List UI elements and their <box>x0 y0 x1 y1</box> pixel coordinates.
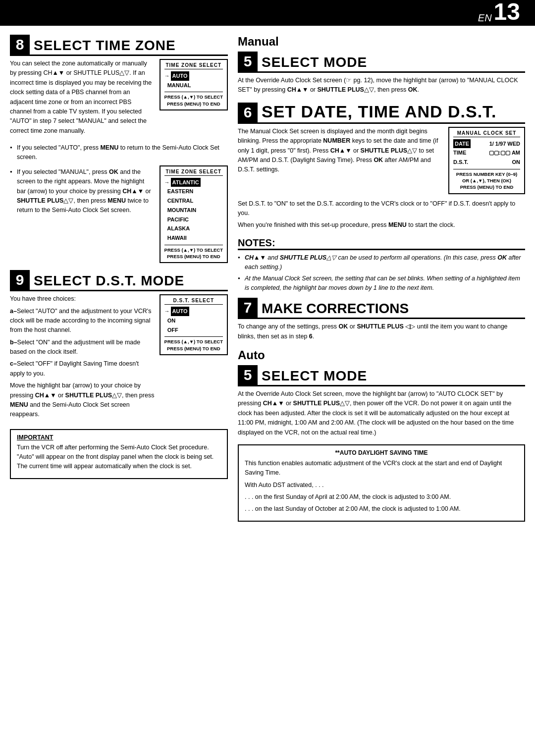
diag2-eastern-label: EASTERN <box>164 187 194 196</box>
section-8-diagram1: TIME ZONE SELECT → AUTO MANUAL PRESS (▲,… <box>160 59 228 138</box>
section-5-auto-header: 5 SELECT MODE <box>238 365 525 386</box>
diag2-eastern: EASTERN <box>164 187 223 196</box>
important-title: IMPORTANT <box>17 434 221 441</box>
dst-diag-title: D.S.T. SELECT <box>164 298 223 305</box>
section-9: 9 SELECT D.S.T. MODE You have three choi… <box>10 270 228 422</box>
step-5m-num: 5 <box>238 52 258 71</box>
bullet-manual-list: If you selected "MANUAL", press OK and t… <box>10 167 155 216</box>
section-5-manual: 5 SELECT MODE At the Override Auto Clock… <box>238 52 525 95</box>
note-1: CH▲▼ and SHUTTLE PLUS△▽ can be used to p… <box>238 253 525 272</box>
step-6-num: 6 <box>238 103 258 122</box>
section-8-manual-content: If you selected "MANUAL", press OK and t… <box>10 165 228 263</box>
diag2-hawaii: HAWAII <box>164 233 223 243</box>
important-text: Turn the VCR off after performing the Se… <box>17 443 221 472</box>
auto-label: Auto <box>238 348 525 362</box>
diag1-row-auto: → AUTO <box>164 71 223 81</box>
mcb-dst-label: D.S.T. <box>453 158 468 167</box>
section-6-diagram: MANUAL CLOCK SET DATE 1/ 1/97 WED TIME ▢… <box>448 127 525 194</box>
section-5-auto: 5 SELECT MODE At the Override Auto Clock… <box>238 365 525 437</box>
mcb-time-val: ▢▢:▢▢ AM <box>489 148 520 158</box>
section-9-text: You have three choices: a–Select "AUTO" … <box>10 294 155 422</box>
dst-diag-footer: PRESS (▲,▼) TO SELECTPRESS (MENU) TO END <box>164 336 223 352</box>
section-9-title: SELECT D.S.T. MODE <box>34 273 184 290</box>
diagram-timezone-2: TIME ZONE SELECT → ATLANTIC EASTERN CENT… <box>160 165 228 263</box>
mcb-date-row: DATE 1/ 1/97 WED <box>453 139 520 149</box>
section-6-content: The Manual Clock Set screen is displayed… <box>238 127 525 194</box>
section-9-outro: Move the highlight bar (arrow) to your c… <box>10 381 155 420</box>
section-9-a: a–Select "AUTO" and the adjustment to yo… <box>10 307 155 335</box>
mcb-time-label: TIME <box>453 148 466 158</box>
section-6: 6 SET DATE, TIME AND D.S.T. The Manual C… <box>238 102 525 230</box>
diag2-hawaii-label: HAWAII <box>164 233 187 243</box>
diag1-auto: AUTO <box>171 71 189 81</box>
section-9-content: You have three choices: a–Select "AUTO" … <box>10 294 228 422</box>
dst-auto-row: → AUTO <box>164 307 223 316</box>
dst-off: OFF <box>164 325 178 335</box>
diag2-alaska: ALASKA <box>164 224 223 233</box>
auto-dst-text2: With Auto DST activated, . . . <box>245 481 518 490</box>
notes-list: CH▲▼ and SHUTTLE PLUS△▽ can be used to p… <box>238 253 525 293</box>
corrections-header: 7 MAKE CORRECTIONS <box>238 298 525 319</box>
mcb-time-row: TIME ▢▢:▢▢ AM <box>453 148 520 158</box>
auto-dst-item1: . . . on the first Sunday of April at 2:… <box>245 492 518 502</box>
auto-dst-box: **AUTO DAYLIGHT SAVING TIME This functio… <box>238 444 525 522</box>
section-8-intro: You can select the zone automatically or… <box>10 59 155 136</box>
mcb-title: MANUAL CLOCK SET <box>453 130 520 137</box>
section-8-title: SELECT TIME ZONE <box>34 38 176 54</box>
dst-on-row: ON <box>164 316 223 325</box>
section-8: 8 SELECT TIME ZONE You can select the zo… <box>10 35 228 263</box>
section-5-manual-header: 5 SELECT MODE <box>238 52 525 73</box>
auto-dst-title: **AUTO DAYLIGHT SAVING TIME <box>245 449 518 456</box>
page-number: 13 <box>494 0 520 24</box>
left-column: 8 SELECT TIME ZONE You can select the zo… <box>10 35 228 522</box>
section-8-bullets: If you selected "AUTO", press MENU to re… <box>10 143 228 162</box>
bullet-auto: If you selected "AUTO", press MENU to re… <box>10 143 228 162</box>
section-6-p3: When you're finished with this set-up pr… <box>238 220 525 230</box>
right-column: Manual 5 SELECT MODE At the Override Aut… <box>238 35 525 522</box>
step-5a-num: 5 <box>238 365 258 385</box>
diag2-pacific: PACIFIC <box>164 215 223 224</box>
section-9-b: b–Select "ON" and the adjustment will be… <box>10 338 155 357</box>
section-9-header: 9 SELECT D.S.T. MODE <box>10 270 228 291</box>
section-8-header: 8 SELECT TIME ZONE <box>10 35 228 56</box>
auto-dst-text1: This function enables automatic adjustme… <box>245 459 518 478</box>
section-8-text: You can select the zone automatically or… <box>10 59 155 138</box>
note-2: At the Manual Clock Set screen, the sett… <box>238 274 525 293</box>
diag2-atlantic-label: ATLANTIC <box>171 178 201 187</box>
section-5m-text: At the Override Auto Clock Set screen (☞… <box>238 76 525 95</box>
mcb-footer: PRESS NUMBER KEY (0–9)OR (▲,▼), THEN (OK… <box>453 169 520 191</box>
section-6-header: 6 SET DATE, TIME AND D.S.T. <box>238 102 525 124</box>
diag1-manual: MANUAL <box>164 81 191 90</box>
section-8-content: You can select the zone automatically or… <box>10 59 228 138</box>
step-7-num: 7 <box>238 298 258 318</box>
diag2-atlantic: → ATLANTIC <box>164 178 223 187</box>
diag2-arrow: → <box>164 178 170 187</box>
section-6-p2: Set D.S.T. to "ON" to set the D.S.T. acc… <box>238 199 525 218</box>
diag1-footer: PRESS (▲,▼) TO SELECTPRESS (MENU) TO END <box>164 92 223 107</box>
diag2-central-label: CENTRAL <box>164 196 194 206</box>
notes-section: NOTES: CH▲▼ and SHUTTLE PLUS△▽ can be us… <box>238 237 525 293</box>
section-5a-title: SELECT MODE <box>262 368 367 385</box>
section-9-intro: You have three choices: <box>10 294 155 304</box>
diag2-title: TIME ZONE SELECT <box>164 169 223 176</box>
dst-off-row: OFF <box>164 325 223 335</box>
diag1-arrow1: → <box>164 71 170 81</box>
dst-auto: AUTO <box>171 307 189 316</box>
diag2-alaska-label: ALASKA <box>164 224 190 233</box>
section-6-title: SET DATE, TIME AND D.S.T. <box>262 102 497 122</box>
corrections-section: 7 MAKE CORRECTIONS To change any of the … <box>238 298 525 341</box>
diag2-mountain: MOUNTAIN <box>164 206 223 215</box>
notes-title: NOTES: <box>238 237 525 250</box>
mcb-dst-row: D.S.T. ON <box>453 158 520 167</box>
mcb-date-label: DATE <box>453 139 471 149</box>
step-9-num: 9 <box>10 270 30 290</box>
mcb-dst-val: ON <box>512 158 521 167</box>
important-box: IMPORTANT Turn the VCR off after perform… <box>10 429 228 479</box>
diag1-title: TIME ZONE SELECT <box>164 62 223 69</box>
manual-label: Manual <box>238 35 525 49</box>
corrections-title: MAKE CORRECTIONS <box>262 301 409 318</box>
diagram-timezone-1: TIME ZONE SELECT → AUTO MANUAL PRESS (▲,… <box>160 59 228 110</box>
section-6-text: The Manual Clock Set screen is displayed… <box>238 127 443 194</box>
manual-clock-diagram: MANUAL CLOCK SET DATE 1/ 1/97 WED TIME ▢… <box>448 127 525 194</box>
step-8-num: 8 <box>10 35 30 54</box>
